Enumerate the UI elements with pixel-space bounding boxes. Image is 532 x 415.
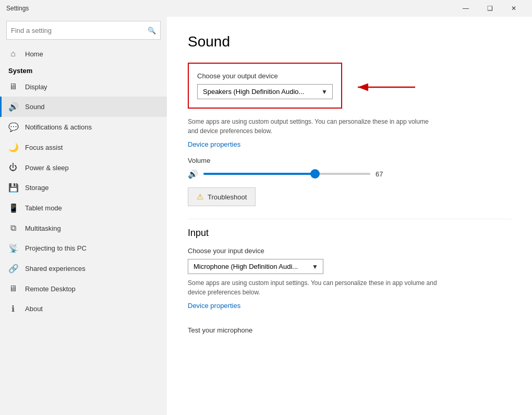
sidebar-item-about-label: About (25, 305, 43, 313)
red-arrow-annotation (353, 79, 420, 97)
focus-icon: 🌙 (8, 143, 18, 152)
main-panel: Sound Choose your output device Speakers… (167, 17, 532, 415)
slider-thumb[interactable] (310, 169, 320, 179)
sidebar-item-tablet[interactable]: 📱 Tablet mode (0, 198, 167, 218)
slider-fill (203, 173, 315, 175)
output-device-select[interactable]: Speakers (High Definition Audio... (197, 84, 333, 99)
sidebar-item-display[interactable]: 🖥 Display (0, 77, 167, 97)
system-section-label: System (0, 64, 167, 77)
sound-icon: 🔊 (8, 102, 18, 112)
slider-track (203, 173, 370, 175)
output-device-label: Choose your output device (197, 72, 333, 80)
power-icon: ⏻ (8, 163, 18, 172)
storage-icon: 💾 (8, 183, 18, 193)
sidebar: 🔍 ⌂ Home System 🖥 Display 🔊 Sound 💬 N (0, 17, 167, 415)
sidebar-item-home-label: Home (25, 50, 43, 58)
section-divider (188, 219, 511, 219)
window-content: 🔍 ⌂ Home System 🖥 Display 🔊 Sound 💬 N (0, 17, 532, 415)
search-input[interactable] (11, 27, 148, 34)
page-title: Sound (188, 33, 511, 50)
warning-icon: ⚠ (197, 192, 203, 201)
sidebar-item-storage-label: Storage (25, 184, 49, 192)
sidebar-item-projecting-label: Projecting to this PC (25, 244, 87, 252)
volume-section: Volume 🔊 67 (188, 157, 511, 179)
sidebar-item-multitasking[interactable]: ⧉ Multitasking (0, 218, 167, 238)
input-device-properties-link[interactable]: Device properties (188, 302, 240, 310)
sidebar-item-home[interactable]: ⌂ Home (0, 44, 167, 64)
output-custom-note: Some apps are using custom output settin… (188, 117, 438, 136)
window-title: Settings (6, 5, 29, 12)
remote-icon: 🖥 (8, 284, 18, 293)
output-device-select-wrapper: Speakers (High Definition Audio... ▼ (197, 84, 333, 99)
window-controls: — ❑ ✕ (454, 0, 526, 17)
volume-row: 🔊 67 (188, 169, 511, 179)
settings-window: Settings — ❑ ✕ 🔍 ⌂ Home System 🖥 Display (0, 0, 532, 415)
input-device-select[interactable]: Microphone (High Definition Audi... (188, 259, 323, 274)
volume-icon: 🔊 (188, 169, 198, 179)
sidebar-item-focus[interactable]: 🌙 Focus assist (0, 137, 167, 158)
test-microphone-label: Test your microphone (188, 326, 511, 334)
sidebar-item-shared[interactable]: 🔗 Shared experiences (0, 258, 167, 279)
sidebar-item-projecting[interactable]: 📡 Projecting to this PC (0, 238, 167, 258)
sidebar-item-remote-label: Remote Desktop (25, 285, 76, 293)
output-device-box: Choose your output device Speakers (High… (188, 63, 342, 109)
maximize-button[interactable]: ❑ (478, 0, 502, 17)
home-icon: ⌂ (8, 49, 18, 58)
projecting-icon: 📡 (8, 243, 18, 253)
sidebar-item-display-label: Display (25, 83, 47, 91)
sidebar-item-power-label: Power & sleep (25, 164, 69, 172)
volume-label: Volume (188, 157, 511, 164)
input-device-label: Choose your input device (188, 247, 511, 255)
sidebar-item-notifications-label: Notifications & actions (25, 123, 92, 131)
sidebar-item-sound[interactable]: 🔊 Sound (0, 97, 167, 117)
volume-value: 67 (376, 170, 388, 178)
input-section-title: Input (188, 228, 511, 239)
input-custom-note: Some apps are using custom input setting… (188, 278, 438, 297)
title-bar: Settings — ❑ ✕ (0, 0, 532, 17)
sidebar-item-focus-label: Focus assist (25, 144, 63, 151)
input-section: Input Choose your input device Microphon… (188, 228, 511, 318)
sidebar-item-tablet-label: Tablet mode (25, 204, 62, 212)
troubleshoot-label: Troubleshoot (208, 193, 247, 201)
notifications-icon: 💬 (8, 122, 18, 132)
troubleshoot-button[interactable]: ⚠ Troubleshoot (188, 187, 256, 206)
sidebar-item-multitasking-label: Multitasking (25, 224, 61, 232)
tablet-icon: 📱 (8, 203, 18, 213)
sidebar-item-remote[interactable]: 🖥 Remote Desktop (0, 279, 167, 299)
sidebar-item-notifications[interactable]: 💬 Notifications & actions (0, 117, 167, 137)
volume-slider-container[interactable] (203, 169, 370, 179)
input-device-select-wrapper: Microphone (High Definition Audi... ▼ (188, 259, 323, 274)
sidebar-item-power[interactable]: ⏻ Power & sleep (0, 158, 167, 177)
about-icon: ℹ (8, 304, 18, 314)
sidebar-item-shared-label: Shared experiences (25, 265, 86, 272)
close-button[interactable]: ✕ (502, 0, 526, 17)
minimize-button[interactable]: — (454, 0, 478, 17)
search-box[interactable]: 🔍 (6, 21, 161, 40)
sidebar-item-storage[interactable]: 💾 Storage (0, 177, 167, 198)
sidebar-item-about[interactable]: ℹ About (0, 299, 167, 319)
display-icon: 🖥 (8, 82, 18, 91)
sidebar-item-sound-label: Sound (25, 103, 45, 111)
search-icon: 🔍 (148, 27, 156, 34)
shared-icon: 🔗 (8, 264, 18, 274)
output-device-properties-link[interactable]: Device properties (188, 140, 240, 148)
multitasking-icon: ⧉ (8, 223, 18, 233)
